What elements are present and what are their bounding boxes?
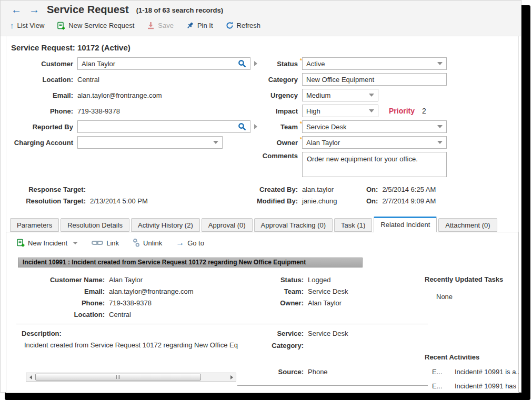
thumb-grip [116,375,117,379]
activity-item-link[interactable]: Incident# 10991 has ... [455,382,519,390]
phone-value: 719-338-9378 [77,107,120,115]
refresh-button[interactable]: Refresh [226,22,261,29]
chevron-down-icon [369,94,374,97]
email-value: alan.taylor@frontrange.com [77,91,162,99]
list-view-icon: ↑ [10,21,14,30]
ri-location-label: Location: [22,311,105,318]
pushpin-icon [186,22,194,29]
back-arrow-icon[interactable]: ← [11,3,22,16]
required-asterisk: * [300,57,302,64]
comments-row: Comments [253,152,298,160]
urgency-select[interactable]: Medium [302,89,378,101]
reported-by-input[interactable] [77,120,250,133]
header-bar: ← → Service Request (1-18 of 63 search r… [1,1,521,36]
tab-related-incident[interactable]: Related Incident [374,217,437,232]
header-title-row: ← → Service Request (1-18 of 63 search r… [11,3,223,16]
main-toolbar: ↑ List View New Service Request [10,21,260,30]
tab-resolution-details[interactable]: Resolution Details [61,218,129,232]
category-label: Category [253,76,298,84]
resolution-target-value: 2/13/2014 5:00 PM [90,197,148,205]
new-incident-label: New Incident [28,239,67,247]
modified-by-label: Modified By: [240,197,298,205]
status-select[interactable]: Active [302,57,447,70]
scroll-left-button[interactable] [26,373,35,381]
activity-item-prefix[interactable]: E... [432,382,443,390]
chevron-down-icon [437,141,443,144]
window-shadow-bottom [5,393,530,400]
tab-activity-history[interactable]: Activity History (2) [131,218,200,232]
ri-status-label: Status: [231,276,304,284]
customer-label: Customer [10,60,73,68]
new-incident-button[interactable]: New Incident [16,239,78,247]
horizontal-scrollbar[interactable] [26,373,236,382]
new-service-request-label: New Service Request [68,22,134,29]
status-label: Status* [253,60,298,68]
category-input[interactable]: New Office Equipment [302,73,447,86]
ri-phone-value: 719-338-9378 [109,299,152,307]
activity-item-link[interactable]: Incident# 10991 is a... [455,368,519,376]
ri-customer-name-label: Customer Name: [22,276,105,284]
comments-label: Comments [253,152,298,160]
new-service-request-button[interactable]: New Service Request [57,22,134,30]
pin-it-label: Pin It [197,22,213,29]
tab-parameters[interactable]: Parameters [10,218,59,232]
forward-arrow-icon[interactable]: → [29,3,39,16]
ri-service-row: Service: Service Desk [231,330,348,337]
ri-location-row: Location: Central [22,311,131,318]
recently-updated-tasks-heading: Recently Updated Tasks [425,275,503,283]
save-button[interactable]: Save [147,22,174,29]
save-label: Save [158,22,174,29]
created-by-row: Created By: alan.taylor On: 2/5/2014 6:2… [240,186,436,193]
unlink-button[interactable]: Unlink [133,239,162,247]
list-view-button[interactable]: ↑ List View [10,21,44,30]
required-asterisk: * [300,136,302,142]
search-icon[interactable] [238,122,246,131]
response-target-row: Response Target: [7,186,90,193]
charging-account-select[interactable] [77,136,223,149]
unlink-label: Unlink [143,239,162,247]
activity-item-prefix[interactable]: E... [432,368,443,376]
chevron-down-icon [213,141,218,144]
new-document-icon [16,239,25,247]
chevron-down-icon [437,62,443,65]
owner-select[interactable]: Alan Taylor [302,136,447,149]
ri-category-row: Category: [231,342,308,349]
ri-source-row: Source: Phone [231,368,328,376]
tab-approval[interactable]: Approval (0) [202,218,253,232]
unlink-icon [133,239,140,247]
new-document-icon [57,22,65,30]
email-label: Email: [10,91,73,99]
tab-task[interactable]: Task (1) [334,218,372,232]
location-row: Location: Central [10,76,99,84]
tab-strip: Parameters Resolution Details Activity H… [10,218,497,232]
list-view-label: List View [17,22,45,29]
impact-select[interactable]: High [302,105,378,117]
save-icon [147,22,155,29]
impact-label: Impact [253,107,298,115]
comments-textarea[interactable]: Order new equipment for your office. [302,152,447,177]
modified-on-label: On: [366,197,378,205]
link-button[interactable]: Link [92,239,119,247]
scroll-right-button[interactable] [227,373,236,381]
ri-team-row: Team: Service Desk [231,287,348,295]
search-icon[interactable] [238,59,246,68]
scroll-left-icon [29,375,32,379]
ri-status-value: Logged [308,276,330,284]
chevron-down-icon [437,125,443,128]
team-select[interactable]: Service Desk [302,120,447,133]
category-row: Category New Office Equipment [253,73,447,86]
form-title: Service Request: 10172 (Active) [11,43,131,52]
customer-input[interactable]: Alan Taylor [77,57,250,70]
ri-owner-label: Owner: [231,299,304,307]
tab-attachment[interactable]: Attachment (0) [438,218,497,232]
category-value: New Office Equipment [306,76,374,84]
scrollbar-thumb[interactable] [35,374,201,381]
tab-approval-tracking[interactable]: Approval Tracking (0) [254,218,333,232]
recent-activities-heading: Recent Activities [425,353,479,361]
ri-email-value: alan.taylor@frontrange.com [109,287,194,295]
go-to-button[interactable]: → Go to [176,238,204,248]
priority-label: Priority [389,107,415,115]
location-value: Central [77,76,99,84]
pin-it-button[interactable]: Pin It [186,22,213,29]
urgency-label: Urgency [253,91,298,99]
